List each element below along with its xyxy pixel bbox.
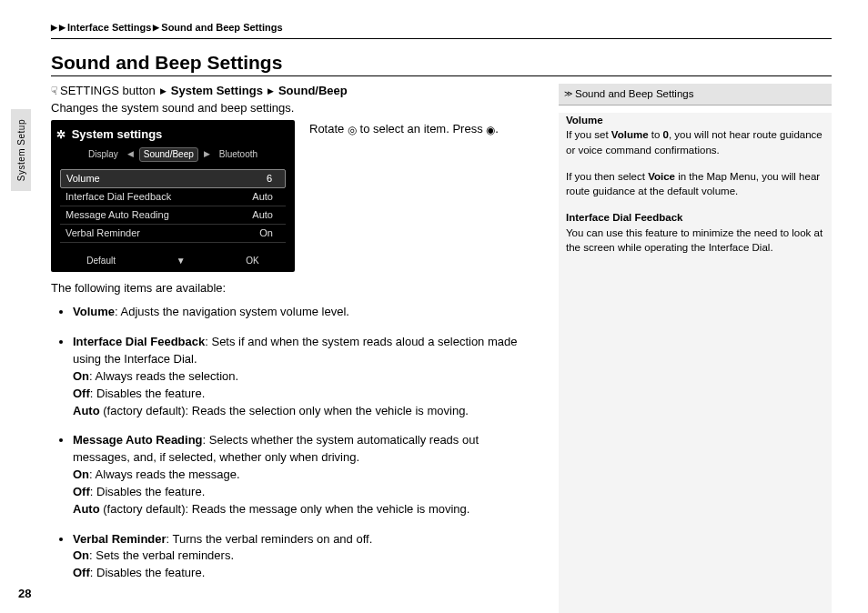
breadcrumb-arrow-icon: ▶ (59, 23, 66, 32)
nav-arrow-icon: ▶ (267, 86, 274, 95)
breadcrumb-level2: Sound and Beep Settings (161, 22, 282, 33)
item-message-auto-reading: Message Auto Reading: Selects whether th… (73, 432, 533, 518)
breadcrumb-arrow-icon: ▶ (51, 23, 57, 32)
section-tab: System Setup (11, 109, 31, 191)
available-label: The following items are available: (51, 281, 533, 295)
screenshot-buttons: Default ▼ OK (56, 256, 289, 266)
main-column: ☟ SETTINGS button ▶ System Settings ▶ So… (51, 84, 533, 613)
sidebar-volume-heading: Volume (566, 115, 603, 126)
screenshot-tabs: Display ◀ Sound/Beep ▶ Bluetooth (56, 147, 289, 162)
list-row: Volume 6 (60, 169, 286, 188)
nav-arrow-icon: ▶ (160, 86, 167, 95)
list-row: Message Auto Reading Auto (60, 206, 286, 225)
sidebar-idf-heading: Interface Dial Feedback (566, 212, 682, 223)
item-volume: Volume: Adjusts the navigation system vo… (73, 304, 533, 321)
items-list: Volume: Adjusts the navigation system vo… (51, 304, 533, 582)
nav-path: ☟ SETTINGS button ▶ System Settings ▶ So… (51, 84, 533, 97)
screenshot-list: Volume 6 Interface Dial Feedback Auto Me… (56, 169, 289, 244)
breadcrumb: ▶ ▶ Interface Settings ▶ Sound and Beep … (51, 22, 832, 33)
default-button-label: Default (86, 256, 116, 266)
nav-path-2: Sound/Beep (278, 84, 348, 97)
ok-button-label: OK (246, 256, 258, 266)
settings-hand-icon: ☟ (51, 85, 57, 97)
breadcrumb-level1: Interface Settings (67, 22, 151, 33)
sidebar-double-arrow-icon: ≫ (564, 88, 570, 100)
item-interface-dial-feedback: Interface Dial Feedback: Sets if and whe… (73, 334, 533, 419)
page-number: 28 (18, 587, 31, 600)
nav-button-label: SETTINGS button (60, 84, 156, 97)
down-arrow-icon: ▼ (177, 256, 186, 266)
tab-right-arrow-icon: ▶ (204, 149, 210, 159)
nav-path-1: System Settings (171, 84, 263, 97)
sidebar-body: Volume If you set Volume to 0, you will … (559, 113, 832, 613)
rotate-dial-icon: ◎ (348, 124, 357, 136)
list-row: Verbal Reminder On (60, 225, 286, 243)
page-title: Sound and Beep Settings (51, 52, 832, 76)
divider (51, 38, 832, 39)
sidebar-heading: ≫ Sound and Beep Settings (559, 84, 832, 106)
intro-text: Changes the system sound and beep settin… (51, 101, 533, 115)
section-tab-label: System Setup (16, 119, 26, 181)
sidebar-column: ≫ Sound and Beep Settings Volume If you … (559, 84, 832, 613)
press-dial-icon: ◉ (486, 124, 495, 136)
tab-bluetooth: Bluetooth (216, 148, 261, 161)
tab-sound-beep: Sound/Beep (139, 147, 198, 162)
breadcrumb-arrow-icon: ▶ (153, 23, 159, 32)
tab-left-arrow-icon: ◀ (127, 149, 134, 159)
list-row: Interface Dial Feedback Auto (60, 188, 286, 206)
system-settings-screenshot: ✲ System settings Display ◀ Sound/Beep ▶… (51, 120, 295, 272)
screenshot-title: ✲ System settings (56, 126, 289, 147)
item-verbal-reminder: Verbal Reminder: Turns the verbal remind… (73, 531, 533, 583)
instruction-text: Rotate ◎ to select an item. Press ◉. (309, 120, 533, 136)
gear-icon: ✲ (56, 128, 66, 141)
tab-display: Display (85, 148, 122, 161)
